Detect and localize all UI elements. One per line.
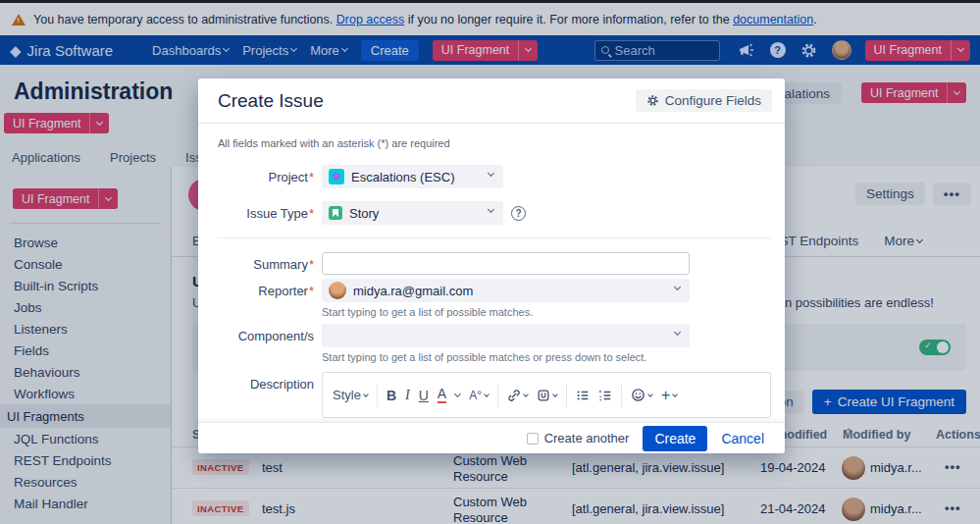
form-divider	[218, 237, 771, 238]
issue-type-select[interactable]: Story	[322, 201, 503, 225]
issue-type-help-icon[interactable]: ?	[511, 206, 526, 221]
chevron-down-icon	[523, 392, 529, 397]
components-helper-text: Start typing to get a list of possible m…	[322, 351, 646, 363]
story-type-icon	[329, 206, 342, 220]
emoji-icon	[631, 388, 645, 402]
bullet-list-button[interactable]	[576, 389, 590, 402]
chevron-down-icon	[363, 392, 369, 397]
numbered-list-icon	[598, 389, 612, 402]
dialog-divider	[198, 123, 785, 124]
issue-type-label: Issue Type*	[218, 201, 314, 221]
gear-icon	[646, 94, 659, 107]
summary-input[interactable]	[322, 252, 690, 275]
italic-button[interactable]: I	[405, 388, 410, 403]
bullet-list-icon	[576, 389, 590, 402]
reporter-select[interactable]: midya.ra@gmail.com	[322, 279, 690, 302]
chevron-down-icon	[488, 206, 494, 213]
emoji-button[interactable]	[631, 388, 652, 402]
underline-button[interactable]: U	[419, 388, 429, 403]
components-label: Component/s	[218, 324, 314, 343]
style-dropdown[interactable]: Style	[333, 388, 368, 402]
chevron-down-icon	[484, 392, 490, 397]
cancel-button[interactable]: Cancel	[721, 431, 764, 446]
dialog-title: Create Issue	[218, 90, 324, 112]
bold-button[interactable]: B	[387, 388, 396, 403]
insert-more-button[interactable]: +	[661, 387, 677, 404]
issue-type-value: Story	[349, 206, 379, 221]
chevron-down-icon	[488, 170, 494, 177]
toolbar-separator	[497, 384, 498, 407]
numbered-list-button[interactable]	[598, 389, 612, 402]
summary-row: Summary*	[218, 252, 771, 275]
style-label: Style	[333, 388, 361, 402]
chevron-down-icon[interactable]	[454, 390, 461, 396]
required-asterisk: *	[309, 206, 314, 221]
chevron-down-icon	[552, 392, 558, 397]
create-another-checkbox[interactable]	[527, 433, 539, 445]
summary-label: Summary*	[218, 252, 314, 272]
components-row: Component/s	[218, 324, 771, 347]
description-editor-toolbar: Style B I U A A°	[322, 372, 771, 418]
project-label: Project*	[218, 165, 314, 184]
required-asterisk: *	[309, 257, 314, 272]
text-color-button[interactable]: A	[438, 387, 446, 403]
reporter-row: Reporter* midya.ra@gmail.com	[218, 279, 771, 302]
project-row: Project* Escalations (ESC)	[218, 165, 771, 188]
project-select[interactable]: Escalations (ESC)	[322, 165, 503, 188]
project-value: Escalations (ESC)	[351, 170, 454, 184]
link-icon	[507, 389, 521, 402]
create-button[interactable]: Create	[643, 426, 707, 451]
chevron-down-icon	[674, 329, 681, 336]
required-asterisk: *	[309, 284, 314, 298]
screen: You have temporary access to administrat…	[0, 0, 980, 524]
components-select[interactable]	[322, 324, 690, 347]
toolbar-separator	[377, 384, 378, 407]
chevron-down-icon	[647, 392, 653, 397]
attachment-icon	[537, 389, 550, 402]
issue-type-row: Issue Type* Story ?	[218, 201, 771, 225]
toolbar-separator	[621, 384, 622, 407]
link-button[interactable]	[507, 389, 528, 402]
reporter-helper-text: Start typing to get a list of possible m…	[322, 306, 533, 318]
configure-fields-label: Configure Fields	[665, 93, 761, 108]
reporter-label: Reporter*	[218, 279, 314, 298]
plus-icon: +	[661, 387, 670, 404]
toolbar-separator	[566, 384, 567, 407]
configure-fields-button[interactable]: Configure Fields	[636, 89, 772, 112]
project-avatar-icon	[329, 169, 344, 184]
description-row: Description Style B I U A A°	[218, 372, 771, 418]
required-fields-note: All fields marked with an asterisk (*) a…	[218, 137, 450, 149]
dialog-footer: Create another Create Cancel	[198, 422, 785, 453]
chevron-down-icon	[674, 284, 681, 290]
reporter-value: midya.ra@gmail.com	[353, 284, 473, 298]
required-asterisk: *	[309, 170, 314, 184]
attachment-button[interactable]	[537, 389, 557, 402]
chevron-down-icon	[672, 392, 678, 397]
create-another-label: Create another	[544, 431, 630, 445]
create-issue-dialog: Create Issue Configure Fields All fields…	[198, 79, 785, 453]
text-styles-button[interactable]: A°	[469, 389, 489, 402]
reporter-avatar	[329, 282, 346, 299]
text-styles-a: A°	[469, 389, 482, 402]
description-label: Description	[218, 372, 314, 392]
